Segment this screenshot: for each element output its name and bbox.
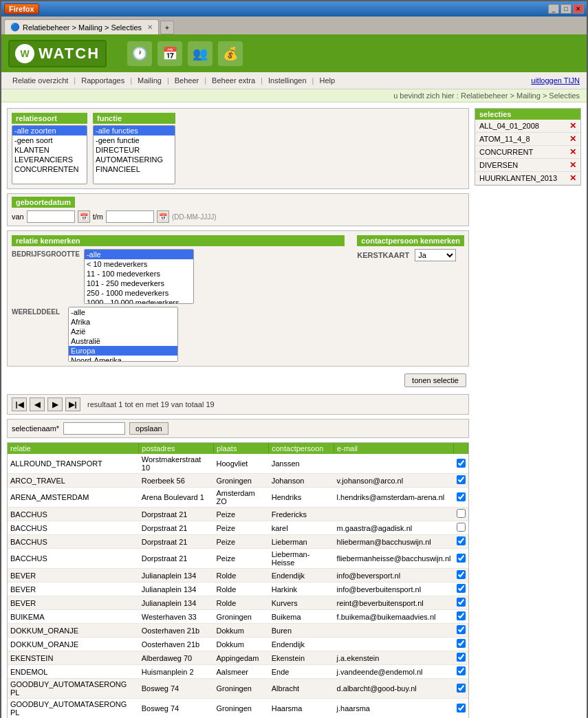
- row-checkbox[interactable]: [457, 492, 466, 501]
- row-checkbox[interactable]: [457, 639, 466, 648]
- row-checkbox[interactable]: [457, 554, 466, 563]
- van-calendar-icon[interactable]: 📅: [78, 210, 90, 223]
- row-checkbox[interactable]: [457, 684, 466, 693]
- cell-checkbox[interactable]: [454, 638, 468, 651]
- nav-instellingen[interactable]: Instellingen: [264, 75, 311, 86]
- selectie-item[interactable]: DIVERSEN✕: [475, 159, 580, 172]
- logout-link[interactable]: uitloggen TIJN: [531, 76, 580, 85]
- cell-checkbox[interactable]: [454, 679, 468, 699]
- kerstkaart-field: KERSTKAART Ja Nee -alle: [357, 249, 464, 261]
- selectie-delete-button[interactable]: ✕: [569, 134, 576, 144]
- werelddeel-select[interactable]: -alle Afrika Azië Australië Europa Noord…: [68, 307, 178, 362]
- cell-checkbox[interactable]: [454, 610, 468, 624]
- close-button[interactable]: ✕: [573, 4, 584, 14]
- cell-checkbox[interactable]: [454, 488, 468, 508]
- people-icon[interactable]: 👥: [188, 41, 213, 66]
- pagination-section: |◀ ◀ ▶ ▶| resultaat 1 tot en met 19 van …: [7, 394, 469, 415]
- selectie-item[interactable]: HUURKLANTEN_2013✕: [475, 172, 580, 185]
- werelddeel-field: WERELDDEEL -alle Afrika Azië Australië E…: [12, 307, 345, 362]
- cell-checkbox[interactable]: [454, 454, 468, 474]
- firefox-button[interactable]: Firefox: [4, 3, 39, 14]
- cell-plaats: Groningen: [214, 679, 269, 699]
- row-checkbox[interactable]: [457, 653, 466, 662]
- cell-relatie: ALLROUND_TRANSPORT: [8, 454, 139, 474]
- row-checkbox[interactable]: [457, 570, 466, 579]
- selectie-item[interactable]: ALL_04_01_2008✕: [475, 120, 580, 133]
- maximize-button[interactable]: □: [560, 4, 571, 14]
- navbar: Relatie overzicht | Rapportages | Mailin…: [1, 72, 587, 89]
- cell-checkbox[interactable]: [454, 569, 468, 583]
- selectie-delete-button[interactable]: ✕: [569, 121, 576, 131]
- cell-checkbox[interactable]: [454, 549, 468, 569]
- next-page-button[interactable]: ▶: [47, 398, 63, 411]
- selectie-name: ATOM_11_4_8: [479, 135, 530, 143]
- last-page-button[interactable]: ▶|: [65, 398, 80, 411]
- row-checkbox[interactable]: [457, 611, 466, 620]
- selectie-item[interactable]: ATOM_11_4_8✕: [475, 133, 580, 146]
- selectie-delete-button[interactable]: ✕: [569, 173, 576, 183]
- cell-plaats: Rolde: [214, 583, 269, 596]
- row-checkbox[interactable]: [457, 704, 466, 712]
- money-icon[interactable]: 💰: [218, 41, 243, 66]
- calendar-icon[interactable]: 📅: [157, 41, 182, 66]
- active-tab[interactable]: 🔵 Relatiebeheer > Mailing > Selecties ✕: [4, 19, 159, 34]
- clock-icon[interactable]: 🕐: [127, 41, 152, 66]
- nav-mailing[interactable]: Mailing: [133, 75, 166, 86]
- cell-checkbox[interactable]: [454, 474, 468, 488]
- cell-contactpersoon: Kurvers: [269, 596, 334, 610]
- nav-beheer-extra[interactable]: Beheer extra: [208, 75, 259, 86]
- cell-checkbox[interactable]: [454, 596, 468, 610]
- cell-checkbox[interactable]: [454, 535, 468, 549]
- tm-date-input[interactable]: [106, 210, 154, 223]
- row-checkbox[interactable]: [457, 536, 466, 545]
- table-row: ALLROUND_TRANSPORT Worstmakerstraat 10 H…: [8, 454, 468, 474]
- cell-checkbox[interactable]: [454, 624, 468, 638]
- row-checkbox[interactable]: [457, 475, 466, 484]
- bedrijfsgrootte-select[interactable]: -alle < 10 medeverkers 11 - 100 medeverk…: [84, 249, 194, 304]
- selectie-name: DIVERSEN: [479, 161, 518, 169]
- opt-directeur: DIRECTEUR: [94, 145, 175, 155]
- nav-help[interactable]: Help: [315, 75, 339, 86]
- selectie-delete-button[interactable]: ✕: [569, 160, 576, 170]
- minimize-button[interactable]: _: [548, 4, 559, 14]
- selectienaam-input[interactable]: [63, 422, 125, 435]
- cell-checkbox[interactable]: [454, 699, 468, 719]
- row-checkbox[interactable]: [457, 523, 466, 532]
- tab-close-icon[interactable]: ✕: [147, 23, 153, 31]
- cell-checkbox[interactable]: [454, 583, 468, 596]
- row-checkbox[interactable]: [457, 584, 466, 593]
- cell-postadres: Dorpstraat 21: [139, 521, 214, 535]
- prev-page-button[interactable]: ◀: [30, 398, 45, 411]
- first-page-button[interactable]: |◀: [12, 398, 27, 411]
- new-tab-button[interactable]: +: [160, 21, 174, 34]
- row-checkbox[interactable]: [457, 598, 466, 607]
- cell-postadres: Bosweg 74: [139, 679, 214, 699]
- cell-checkbox[interactable]: [454, 521, 468, 535]
- van-date-input[interactable]: [27, 210, 75, 223]
- table-row: ENDEMOL Huismanplein 2 Aalsmeer Ende j.v…: [8, 665, 468, 679]
- cell-checkbox[interactable]: [454, 508, 468, 521]
- tonen-selectie-button[interactable]: tonen selectie: [404, 373, 466, 387]
- bedrijfsgrootte-field: BEDRIJFSGROOTTE -alle < 10 medeverkers 1…: [12, 249, 345, 304]
- row-checkbox[interactable]: [457, 666, 466, 675]
- selectie-item[interactable]: CONCURRENT✕: [475, 146, 580, 159]
- opslaan-button[interactable]: opslaan: [129, 422, 168, 435]
- cell-postadres: Bosweg 74: [139, 699, 214, 719]
- nav-beheer[interactable]: Beheer: [171, 75, 203, 86]
- cell-checkbox[interactable]: [454, 665, 468, 679]
- tm-calendar-icon[interactable]: 📅: [157, 210, 169, 223]
- kerstkaart-select[interactable]: Ja Nee -alle: [415, 249, 456, 261]
- nav-rapportages[interactable]: Rapportages: [77, 75, 129, 86]
- selectie-delete-button[interactable]: ✕: [569, 147, 576, 157]
- selectie-name: ALL_04_01_2008: [479, 122, 539, 130]
- cell-relatie: BACCHUS: [8, 521, 139, 535]
- row-checkbox[interactable]: [457, 509, 466, 518]
- cell-relatie: EKENSTEIN: [8, 651, 139, 665]
- functie-select[interactable]: -alle functies -geen functie DIRECTEUR A…: [93, 125, 175, 184]
- cell-email: [334, 454, 454, 474]
- row-checkbox[interactable]: [457, 459, 466, 468]
- row-checkbox[interactable]: [457, 625, 466, 634]
- cell-checkbox[interactable]: [454, 651, 468, 665]
- relatiesoort-select[interactable]: -alle zoorten -geen soort KLANTEN LEVERA…: [12, 125, 87, 184]
- nav-relatie-overzicht[interactable]: Relatie overzicht: [8, 75, 72, 86]
